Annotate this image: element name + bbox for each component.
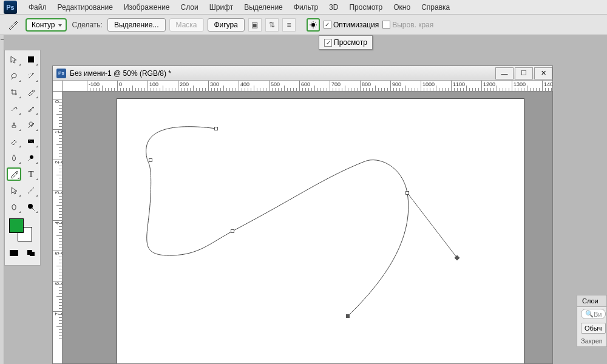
ruler-origin[interactable] <box>53 81 63 92</box>
svg-point-4 <box>28 204 33 209</box>
marquee-tool[interactable] <box>24 53 38 66</box>
checkbox-on-icon <box>324 21 331 29</box>
color-swatches[interactable] <box>8 217 38 244</box>
preview-label: Просмотр <box>334 38 367 47</box>
make-shape-button[interactable]: Фигура <box>208 18 245 32</box>
path-anchor[interactable] <box>214 127 218 130</box>
menu-layers[interactable]: Слои <box>175 3 204 12</box>
menu-file[interactable]: Файл <box>23 3 52 12</box>
menu-edit[interactable]: Редактирование <box>52 3 118 12</box>
canvas-viewport[interactable] <box>63 92 552 363</box>
minimize-button[interactable]: — <box>495 67 514 79</box>
path-anchor[interactable] <box>405 191 409 195</box>
pen-mode-label: Контур <box>32 21 55 29</box>
doc-icon: Ps <box>56 69 66 78</box>
horizontal-ruler[interactable]: -100010020030040050060070080090010001100… <box>63 81 552 92</box>
optimize-checkbox[interactable]: Оптимизация <box>324 21 379 29</box>
canvas[interactable] <box>117 99 524 364</box>
make-mask-button: Маска <box>169 18 204 32</box>
pen-mode-dropdown[interactable]: Контур <box>25 18 67 32</box>
menu-select[interactable]: Выделение <box>239 3 288 12</box>
svg-line-9 <box>407 193 457 258</box>
clone-stamp-tool[interactable] <box>7 118 21 132</box>
lasso-tool[interactable] <box>7 69 21 83</box>
menu-view[interactable]: Просмотр <box>344 3 388 12</box>
hand-tool[interactable] <box>7 200 21 214</box>
maximize-button[interactable]: ☐ <box>515 67 533 79</box>
crop-tool[interactable] <box>7 86 21 99</box>
align-edges-label: Выров. края <box>392 21 433 29</box>
preview-checkbox[interactable] <box>324 39 332 47</box>
eyedropper-tool[interactable] <box>24 86 38 99</box>
menu-type[interactable]: Шрифт <box>204 3 239 12</box>
gradient-tool[interactable] <box>24 135 38 148</box>
layer-search-placeholder: Ви <box>594 311 602 318</box>
options-bar: Контур Сделать: Выделение... Маска Фигур… <box>0 15 607 35</box>
menu-help[interactable]: Справка <box>416 3 455 12</box>
close-button[interactable]: ✕ <box>534 67 552 79</box>
layers-tab[interactable]: Слои <box>577 295 606 307</box>
document-window: Ps Без имени-1 @ 50% (RGB/8) * — ☐ ✕ -10… <box>52 66 553 364</box>
path-op-combine-icon[interactable]: ▣ <box>248 18 262 32</box>
path-align-icon[interactable]: ⇅ <box>265 18 279 32</box>
path-anchor[interactable] <box>149 158 152 162</box>
vertical-ruler[interactable]: 0100200300400500600700 <box>53 81 63 363</box>
menu-filter[interactable]: Фильтр <box>288 3 324 12</box>
foreground-swatch[interactable] <box>9 218 24 233</box>
document-title: Без имени-1 @ 50% (RGB/8) * <box>70 69 171 78</box>
path-selection-tool[interactable] <box>7 184 21 197</box>
toolbox: T <box>4 50 41 266</box>
make-mask-label: Маска <box>176 21 197 29</box>
svg-rect-1 <box>28 56 34 62</box>
make-shape-label: Фигура <box>214 21 238 29</box>
dock-strip <box>0 35 4 364</box>
type-tool[interactable]: T <box>24 167 38 181</box>
make-selection-label: Выделение... <box>114 21 159 29</box>
document-titlebar[interactable]: Ps Без имени-1 @ 50% (RGB/8) * — ☐ ✕ <box>53 66 552 81</box>
menu-image[interactable]: Изображение <box>118 3 175 12</box>
optimize-label: Оптимизация <box>333 21 379 29</box>
path-anchor[interactable] <box>231 229 234 233</box>
move-tool[interactable] <box>7 53 21 66</box>
layers-panel-partial: Слои 🔍Ви Обыч Закреп <box>577 295 607 347</box>
eraser-tool[interactable] <box>7 135 21 148</box>
layer-search[interactable]: 🔍Ви <box>581 309 606 319</box>
brush-tool[interactable] <box>24 102 38 115</box>
align-edges-checkbox[interactable]: Выров. края <box>382 21 433 29</box>
app-logo: Ps <box>4 1 17 14</box>
search-icon: 🔍 <box>585 310 594 318</box>
svg-point-0 <box>311 23 315 27</box>
pen-options-popup: Просмотр <box>319 35 373 50</box>
line-shape-tool[interactable] <box>24 184 38 197</box>
pen-tool[interactable] <box>7 167 21 181</box>
lock-label: Закреп <box>581 337 603 345</box>
path-anchor-end[interactable] <box>346 314 350 318</box>
magic-wand-tool[interactable] <box>24 69 38 83</box>
path-drawing <box>117 99 524 364</box>
blend-mode-dropdown[interactable]: Обыч <box>581 323 606 334</box>
checkbox-off-icon <box>382 21 390 29</box>
menu-window[interactable]: Окно <box>388 3 416 12</box>
pen-tool-indicator-icon <box>5 18 22 32</box>
healing-brush-tool[interactable] <box>7 102 21 115</box>
blur-tool[interactable] <box>7 151 21 164</box>
make-selection-button[interactable]: Выделение... <box>107 18 166 32</box>
history-brush-tool[interactable] <box>24 118 38 132</box>
gear-icon <box>309 21 317 29</box>
path-arrange-icon[interactable]: ≡ <box>282 18 296 32</box>
make-label: Сделать: <box>72 21 102 29</box>
zoom-tool[interactable] <box>24 200 38 214</box>
svg-point-3 <box>30 155 33 159</box>
dodge-tool[interactable] <box>24 151 38 164</box>
gear-options-button[interactable] <box>307 18 320 32</box>
screen-mode-toggle[interactable] <box>24 246 38 260</box>
menu-bar: Ps Файл Редактирование Изображение Слои … <box>0 0 607 15</box>
menu-3d[interactable]: 3D <box>324 3 344 12</box>
quick-mask-toggle[interactable] <box>7 246 21 260</box>
svg-point-6 <box>12 251 16 255</box>
svg-rect-8 <box>30 252 35 256</box>
